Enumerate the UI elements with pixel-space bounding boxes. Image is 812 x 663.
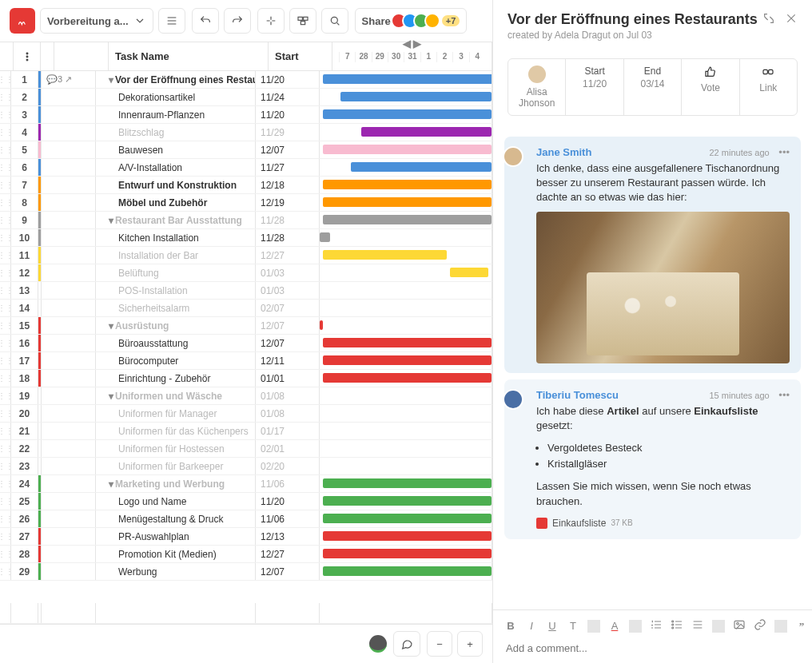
- task-name-cell[interactable]: POS-Installation: [96, 282, 256, 299]
- drag-handle[interactable]: ⋮⋮: [0, 71, 11, 88]
- gantt-cell[interactable]: [320, 300, 492, 316]
- task-row[interactable]: ⋮⋮25Logo und Name11/20: [0, 493, 492, 510]
- gantt-bar[interactable]: [323, 355, 492, 365]
- drag-handle[interactable]: ⋮⋮: [0, 440, 11, 457]
- gantt-cell[interactable]: [320, 106, 492, 123]
- start-cell[interactable]: 02/20: [256, 458, 320, 474]
- row-icons[interactable]: [42, 229, 96, 246]
- row-icons[interactable]: [42, 458, 96, 474]
- drag-handle[interactable]: ⋮⋮: [0, 264, 11, 281]
- comment-image[interactable]: [536, 212, 790, 363]
- gantt-cell[interactable]: [320, 528, 492, 545]
- task-name-cell[interactable]: Installation der Bar: [96, 247, 256, 264]
- task-row[interactable]: ⋮⋮5Bauwesen12/07: [0, 141, 492, 159]
- task-row[interactable]: ⋮⋮17Bürocomputer12/11: [0, 352, 492, 370]
- gantt-cell[interactable]: [320, 159, 492, 176]
- task-name-cell[interactable]: Kitchen Installation: [96, 229, 256, 246]
- row-icons[interactable]: [42, 493, 96, 510]
- row-icons[interactable]: [42, 510, 96, 527]
- start-cell[interactable]: 01/01: [256, 370, 320, 387]
- close-button[interactable]: [785, 12, 798, 28]
- row-icons[interactable]: [42, 370, 96, 387]
- italic-button[interactable]: I: [525, 620, 538, 632]
- app-logo[interactable]: [10, 8, 35, 34]
- gantt-bar[interactable]: [320, 232, 330, 242]
- row-icons[interactable]: 💬3 ↗: [42, 71, 96, 88]
- comment-author[interactable]: Jane Smith: [536, 146, 591, 158]
- row-icons[interactable]: [42, 194, 96, 211]
- start-cell[interactable]: 01/03: [256, 282, 320, 299]
- gantt-cell[interactable]: [320, 493, 492, 510]
- align-button[interactable]: [691, 618, 704, 633]
- image-button[interactable]: [733, 618, 746, 633]
- start-cell[interactable]: 12/07: [256, 563, 320, 580]
- drag-handle[interactable]: ⋮⋮: [0, 229, 11, 246]
- row-icons[interactable]: [42, 317, 96, 334]
- start-cell[interactable]: 11/06: [256, 510, 320, 527]
- gantt-bar[interactable]: [361, 127, 492, 137]
- start-cell[interactable]: 12/19: [256, 194, 320, 211]
- drag-handle[interactable]: ⋮⋮: [0, 212, 11, 228]
- task-name-cell[interactable]: Uniformen für Manager: [96, 405, 256, 422]
- row-icons[interactable]: [42, 546, 96, 562]
- start-cell[interactable]: 11/28: [256, 212, 320, 228]
- timeline-nav[interactable]: ◀ ▶: [403, 38, 422, 50]
- task-row[interactable]: ⋮⋮11Installation der Bar12/27: [0, 247, 492, 264]
- row-icons[interactable]: [42, 352, 96, 369]
- drag-handle[interactable]: ⋮⋮: [0, 370, 11, 387]
- drag-handle[interactable]: ⋮⋮: [0, 405, 11, 422]
- meta-vote[interactable]: Vote: [682, 59, 739, 115]
- row-icons[interactable]: [42, 387, 96, 404]
- row-icons[interactable]: [42, 89, 96, 105]
- task-name-cell[interactable]: Einrichtung - Zubehör: [96, 370, 256, 387]
- task-name-cell[interactable]: ▾ Vor der Eröffnung eines Restau: [96, 71, 256, 88]
- drag-handle[interactable]: ⋮⋮: [0, 282, 11, 299]
- task-name-cell[interactable]: Uniformen für Barkeeper: [96, 458, 256, 474]
- gantt-bar[interactable]: [323, 74, 492, 84]
- gantt-cell[interactable]: [320, 212, 492, 228]
- task-row[interactable]: ⋮⋮26Menügestaltung & Druck11/06: [0, 510, 492, 528]
- task-name-cell[interactable]: Werbung: [96, 563, 256, 580]
- gantt-cell[interactable]: [320, 177, 492, 193]
- task-row[interactable]: ⋮⋮4Blitzschlag11/29: [0, 124, 492, 141]
- search-button[interactable]: [321, 8, 348, 34]
- comment-mode-button[interactable]: [393, 631, 420, 657]
- task-row[interactable]: ⋮⋮22Uniformen für Hostessen02/01: [0, 440, 492, 458]
- comment-avatar[interactable]: [503, 146, 523, 167]
- gantt-cell[interactable]: [320, 546, 492, 562]
- gantt-cell[interactable]: [320, 194, 492, 211]
- gantt-cell[interactable]: [320, 475, 492, 492]
- text-button[interactable]: T: [567, 620, 579, 632]
- gantt-cell[interactable]: [320, 317, 492, 334]
- menu-button[interactable]: [158, 8, 185, 34]
- row-icons[interactable]: [42, 282, 96, 299]
- task-name-cell[interactable]: ▾ Restaurant Bar Ausstattung: [96, 212, 256, 228]
- zoom-out-button[interactable]: −: [427, 631, 452, 657]
- start-cell[interactable]: 01/03: [256, 264, 320, 281]
- gantt-cell[interactable]: [320, 247, 492, 264]
- task-row[interactable]: ⋮⋮21Uniformen für das Küchenpers01/17: [0, 423, 492, 440]
- drag-handle[interactable]: ⋮⋮: [0, 458, 11, 474]
- drag-handle[interactable]: ⋮⋮: [0, 247, 11, 264]
- task-row[interactable]: ⋮⋮1💬3 ↗▾ Vor der Eröffnung eines Restau1…: [0, 71, 492, 89]
- start-col-header[interactable]: Start: [269, 42, 332, 70]
- gantt-cell[interactable]: [320, 71, 492, 88]
- start-cell[interactable]: 01/17: [256, 423, 320, 439]
- quote-button[interactable]: ”: [795, 620, 808, 633]
- start-cell[interactable]: 12/07: [256, 141, 320, 158]
- layout-button[interactable]: [289, 8, 316, 34]
- gantt-cell[interactable]: [320, 282, 492, 299]
- meta-end[interactable]: End 03/14: [624, 59, 682, 115]
- gantt-bar[interactable]: [320, 320, 323, 330]
- drag-handle[interactable]: ⋮⋮: [0, 546, 11, 562]
- start-cell[interactable]: 12/07: [256, 335, 320, 351]
- row-icons[interactable]: [42, 212, 96, 228]
- presence-avatar[interactable]: [369, 635, 387, 653]
- task-row[interactable]: ⋮⋮27PR-Auswahlplan12/13: [0, 528, 492, 546]
- gantt-bar[interactable]: [323, 496, 492, 506]
- drag-handle[interactable]: ⋮⋮: [0, 124, 11, 141]
- drag-handle[interactable]: ⋮⋮: [0, 177, 11, 193]
- task-row[interactable]: ⋮⋮29Werbung12/07: [0, 563, 492, 581]
- task-row[interactable]: ⋮⋮14Sicherheitsalarm02/07: [0, 300, 492, 317]
- start-cell[interactable]: 11/06: [256, 475, 320, 492]
